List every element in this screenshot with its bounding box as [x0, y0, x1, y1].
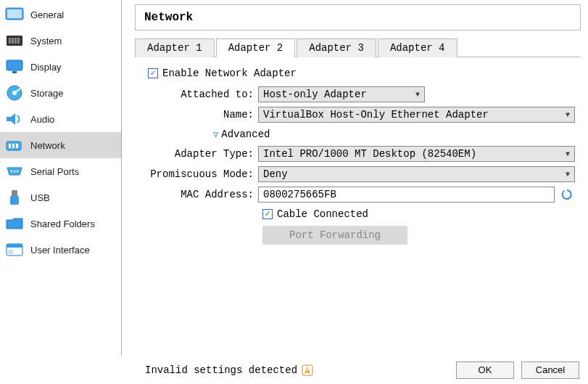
adapter-type-value: Intel PRO/1000 MT Desktop (82540EM): [263, 148, 476, 160]
mac-refresh-button[interactable]: [559, 187, 575, 203]
svg-rect-12: [9, 144, 11, 148]
svg-point-16: [14, 171, 15, 172]
adapter-type-select[interactable]: Intel PRO/1000 MT Desktop (82540EM) ▼: [258, 146, 575, 162]
tab-adapter-2[interactable]: Adapter 2: [216, 38, 296, 57]
sidebar-item-label: Storage: [30, 88, 64, 99]
adapter-type-label: Adapter Type:: [141, 148, 258, 160]
tab-adapter-3[interactable]: Adapter 3: [297, 38, 376, 57]
svg-rect-14: [16, 144, 18, 148]
sidebar-item-label: Display: [30, 62, 62, 73]
tab-adapter-4[interactable]: Adapter 4: [378, 38, 457, 57]
adapter-form: ✓ Enable Network Adapter Attached to: Ho…: [135, 57, 581, 245]
tab-adapter-1[interactable]: Adapter 1: [135, 38, 215, 57]
page-title: Network: [135, 4, 581, 30]
promiscuous-mode-label: Promiscuous Mode:: [141, 168, 258, 180]
svg-rect-7: [7, 60, 22, 70]
svg-rect-4: [12, 38, 14, 44]
svg-rect-6: [17, 38, 20, 44]
svg-point-15: [11, 171, 12, 172]
checkmark-icon: ✓: [148, 68, 158, 78]
triangle-down-icon: ▽: [213, 129, 218, 140]
system-icon: [4, 30, 25, 51]
cable-connected-checkbox[interactable]: ✓ Cable Connected: [262, 208, 368, 220]
chevron-down-icon: ▼: [415, 91, 420, 99]
promiscuous-mode-select[interactable]: Deny ▼: [258, 166, 575, 182]
sidebar-item-label: USB: [30, 192, 50, 203]
advanced-label: Advanced: [221, 128, 270, 140]
svg-rect-1: [7, 9, 22, 18]
sidebar-item-label: System: [30, 36, 62, 46]
sidebar-item-label: Serial Ports: [30, 166, 79, 177]
mac-address-value: 0800275665FB: [263, 189, 336, 200]
sidebar-item-usb[interactable]: USB: [0, 184, 121, 211]
attached-to-label: Attached to:: [141, 89, 258, 100]
svg-rect-21: [7, 244, 22, 248]
sidebar-item-system[interactable]: System: [0, 28, 121, 54]
general-icon: [4, 4, 25, 25]
svg-rect-3: [9, 38, 11, 44]
name-value: VirtualBox Host-Only Ethernet Adapter: [263, 109, 489, 120]
svg-rect-25: [307, 372, 307, 372]
mac-address-input[interactable]: 0800275665FB: [258, 187, 555, 203]
svg-rect-8: [12, 71, 17, 73]
svg-point-17: [17, 171, 18, 172]
sidebar-item-label: Audio: [30, 114, 54, 125]
svg-rect-18: [12, 190, 17, 196]
network-icon: [4, 135, 25, 155]
mac-address-label: MAC Address:: [141, 189, 258, 200]
svg-rect-13: [12, 144, 15, 148]
checkmark-icon: ✓: [262, 209, 273, 219]
shared-folders-icon: [4, 213, 25, 234]
chevron-down-icon: ▼: [566, 150, 570, 158]
audio-icon: [4, 109, 25, 129]
sidebar-item-label: General: [30, 9, 64, 20]
enable-adapter-label: Enable Network Adapter: [162, 68, 297, 79]
footer: Invalid settings detected OK Cancel: [0, 356, 588, 384]
refresh-icon: [560, 188, 573, 201]
svg-rect-5: [15, 38, 17, 44]
sidebar-item-label: Shared Folders: [30, 218, 95, 229]
enable-adapter-checkbox[interactable]: ✓ Enable Network Adapter: [141, 68, 575, 79]
serial-ports-icon: [4, 161, 25, 181]
usb-icon: [4, 187, 25, 208]
sidebar: General System Display Storage Audio: [0, 0, 122, 356]
sidebar-item-label: Network: [30, 140, 65, 151]
promiscuous-mode-value: Deny: [263, 168, 288, 180]
svg-rect-22: [8, 250, 13, 254]
chevron-down-icon: ▼: [566, 111, 570, 119]
sidebar-item-label: User Interface: [30, 245, 90, 256]
name-select[interactable]: VirtualBox Host-Only Ethernet Adapter ▼: [258, 107, 575, 123]
port-forwarding-button: Port Forwarding: [262, 226, 407, 245]
sidebar-item-user-interface[interactable]: User Interface: [0, 237, 121, 263]
display-icon: [4, 57, 25, 77]
attached-to-value: Host-only Adapter: [263, 89, 367, 100]
svg-rect-19: [10, 196, 19, 205]
sidebar-item-network[interactable]: Network: [0, 132, 121, 158]
warning-icon: [302, 364, 313, 376]
chevron-down-icon: ▼: [566, 171, 570, 179]
ok-button[interactable]: OK: [456, 361, 514, 379]
cable-connected-label: Cable Connected: [277, 208, 368, 220]
sidebar-item-audio[interactable]: Audio: [0, 106, 121, 132]
sidebar-item-storage[interactable]: Storage: [0, 80, 121, 106]
cancel-button[interactable]: Cancel: [521, 361, 579, 379]
user-interface-icon: [4, 240, 25, 260]
main-panel: Network Adapter 1 Adapter 2 Adapter 3 Ad…: [122, 0, 588, 356]
sidebar-item-display[interactable]: Display: [0, 54, 121, 80]
storage-icon: [4, 83, 25, 103]
status-text: Invalid settings detected: [145, 364, 297, 376]
name-label: Name:: [141, 109, 258, 120]
attached-to-select[interactable]: Host-only Adapter ▼: [258, 86, 425, 102]
sidebar-item-serial-ports[interactable]: Serial Ports: [0, 158, 121, 184]
advanced-toggle[interactable]: ▽ Advanced: [141, 128, 575, 140]
sidebar-item-general[interactable]: General: [0, 1, 121, 28]
tabs: Adapter 1 Adapter 2 Adapter 3 Adapter 4: [135, 38, 581, 57]
svg-rect-24: [307, 369, 307, 371]
sidebar-item-shared-folders[interactable]: Shared Folders: [0, 211, 121, 237]
